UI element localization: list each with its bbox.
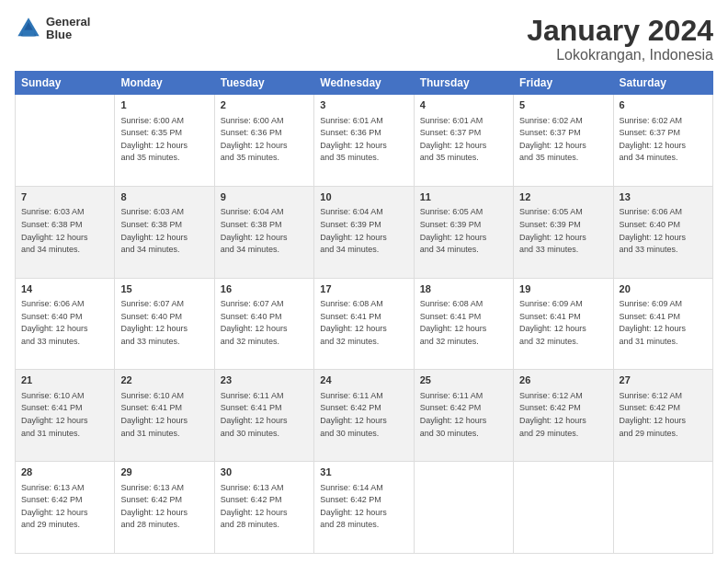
day-number: 19 bbox=[519, 282, 607, 296]
calendar-cell bbox=[414, 462, 513, 554]
day-number: 9 bbox=[221, 190, 308, 204]
calendar-week-1: 7Sunrise: 6:03 AM Sunset: 6:38 PM Daylig… bbox=[16, 186, 713, 278]
day-info: Sunrise: 6:14 AM Sunset: 6:42 PM Dayligh… bbox=[320, 483, 387, 530]
calendar-title: January 2024 bbox=[527, 15, 713, 47]
col-wednesday: Wednesday bbox=[314, 72, 414, 95]
calendar-cell: 4Sunrise: 6:01 AM Sunset: 6:37 PM Daylig… bbox=[414, 95, 513, 187]
day-number: 15 bbox=[120, 282, 208, 296]
day-info: Sunrise: 6:10 AM Sunset: 6:41 PM Dayligh… bbox=[21, 391, 88, 438]
calendar-cell: 26Sunrise: 6:12 AM Sunset: 6:42 PM Dayli… bbox=[514, 370, 613, 462]
day-number: 2 bbox=[221, 98, 308, 112]
day-number: 23 bbox=[221, 373, 308, 387]
calendar-cell: 25Sunrise: 6:11 AM Sunset: 6:42 PM Dayli… bbox=[414, 370, 513, 462]
day-number: 3 bbox=[320, 98, 407, 112]
calendar-cell: 11Sunrise: 6:05 AM Sunset: 6:39 PM Dayli… bbox=[414, 186, 513, 278]
day-info: Sunrise: 6:09 AM Sunset: 6:41 PM Dayligh… bbox=[519, 299, 586, 346]
col-saturday: Saturday bbox=[613, 72, 712, 95]
col-thursday: Thursday bbox=[414, 72, 513, 95]
day-info: Sunrise: 6:11 AM Sunset: 6:41 PM Dayligh… bbox=[221, 391, 288, 438]
col-tuesday: Tuesday bbox=[214, 72, 313, 95]
calendar-cell: 17Sunrise: 6:08 AM Sunset: 6:41 PM Dayli… bbox=[314, 278, 414, 370]
day-info: Sunrise: 6:07 AM Sunset: 6:40 PM Dayligh… bbox=[221, 299, 288, 346]
day-number: 20 bbox=[620, 282, 707, 296]
calendar-cell: 22Sunrise: 6:10 AM Sunset: 6:41 PM Dayli… bbox=[115, 370, 214, 462]
calendar-cell: 29Sunrise: 6:13 AM Sunset: 6:42 PM Dayli… bbox=[115, 462, 214, 554]
day-info: Sunrise: 6:03 AM Sunset: 6:38 PM Dayligh… bbox=[120, 207, 188, 254]
day-info: Sunrise: 6:08 AM Sunset: 6:41 PM Dayligh… bbox=[420, 299, 487, 346]
day-info: Sunrise: 6:05 AM Sunset: 6:39 PM Dayligh… bbox=[420, 207, 487, 254]
calendar-week-0: 1Sunrise: 6:00 AM Sunset: 6:35 PM Daylig… bbox=[16, 95, 713, 187]
calendar-cell: 20Sunrise: 6:09 AM Sunset: 6:41 PM Dayli… bbox=[613, 278, 712, 370]
col-friday: Friday bbox=[514, 72, 613, 95]
calendar-cell: 28Sunrise: 6:13 AM Sunset: 6:42 PM Dayli… bbox=[16, 462, 115, 554]
logo: General Blue bbox=[15, 15, 90, 42]
day-info: Sunrise: 6:13 AM Sunset: 6:42 PM Dayligh… bbox=[120, 483, 188, 530]
day-number: 26 bbox=[519, 373, 607, 387]
day-info: Sunrise: 6:04 AM Sunset: 6:39 PM Dayligh… bbox=[320, 207, 387, 254]
day-info: Sunrise: 6:00 AM Sunset: 6:36 PM Dayligh… bbox=[221, 116, 288, 163]
col-monday: Monday bbox=[115, 72, 214, 95]
calendar-week-2: 14Sunrise: 6:06 AM Sunset: 6:40 PM Dayli… bbox=[16, 278, 713, 370]
page: General Blue January 2024 Lokokrangan, I… bbox=[0, 0, 728, 563]
logo-text: General Blue bbox=[46, 16, 90, 42]
day-number: 6 bbox=[620, 98, 707, 112]
day-number: 28 bbox=[21, 465, 108, 479]
calendar-cell: 3Sunrise: 6:01 AM Sunset: 6:36 PM Daylig… bbox=[314, 95, 414, 187]
day-number: 1 bbox=[120, 98, 208, 112]
day-number: 31 bbox=[320, 465, 407, 479]
calendar-cell: 10Sunrise: 6:04 AM Sunset: 6:39 PM Dayli… bbox=[314, 186, 414, 278]
day-info: Sunrise: 6:13 AM Sunset: 6:42 PM Dayligh… bbox=[21, 483, 88, 530]
day-info: Sunrise: 6:09 AM Sunset: 6:41 PM Dayligh… bbox=[620, 299, 687, 346]
calendar-cell bbox=[613, 462, 712, 554]
day-info: Sunrise: 6:13 AM Sunset: 6:42 PM Dayligh… bbox=[221, 483, 288, 530]
day-info: Sunrise: 6:06 AM Sunset: 6:40 PM Dayligh… bbox=[21, 299, 88, 346]
calendar-cell bbox=[514, 462, 613, 554]
svg-rect-2 bbox=[22, 30, 34, 37]
calendar-cell: 30Sunrise: 6:13 AM Sunset: 6:42 PM Dayli… bbox=[214, 462, 313, 554]
day-info: Sunrise: 6:04 AM Sunset: 6:38 PM Dayligh… bbox=[221, 207, 288, 254]
col-sunday: Sunday bbox=[16, 72, 115, 95]
day-number: 22 bbox=[120, 373, 208, 387]
calendar-subtitle: Lokokrangan, Indonesia bbox=[527, 47, 713, 63]
day-number: 21 bbox=[21, 373, 108, 387]
calendar-cell: 8Sunrise: 6:03 AM Sunset: 6:38 PM Daylig… bbox=[115, 186, 214, 278]
logo-line2: Blue bbox=[46, 29, 90, 41]
day-number: 5 bbox=[519, 98, 607, 112]
day-info: Sunrise: 6:10 AM Sunset: 6:41 PM Dayligh… bbox=[120, 391, 188, 438]
day-info: Sunrise: 6:02 AM Sunset: 6:37 PM Dayligh… bbox=[620, 116, 687, 163]
day-info: Sunrise: 6:12 AM Sunset: 6:42 PM Dayligh… bbox=[620, 391, 687, 438]
day-number: 12 bbox=[519, 190, 607, 204]
day-number: 7 bbox=[21, 190, 108, 204]
header: General Blue January 2024 Lokokrangan, I… bbox=[15, 15, 713, 63]
calendar-table: Sunday Monday Tuesday Wednesday Thursday… bbox=[15, 71, 713, 554]
logo-icon bbox=[15, 15, 42, 42]
calendar-cell: 2Sunrise: 6:00 AM Sunset: 6:36 PM Daylig… bbox=[214, 95, 313, 187]
calendar-cell: 1Sunrise: 6:00 AM Sunset: 6:35 PM Daylig… bbox=[115, 95, 214, 187]
calendar-cell: 5Sunrise: 6:02 AM Sunset: 6:37 PM Daylig… bbox=[514, 95, 613, 187]
day-number: 29 bbox=[120, 465, 208, 479]
day-number: 11 bbox=[420, 190, 507, 204]
calendar-cell: 19Sunrise: 6:09 AM Sunset: 6:41 PM Dayli… bbox=[514, 278, 613, 370]
calendar-cell: 9Sunrise: 6:04 AM Sunset: 6:38 PM Daylig… bbox=[214, 186, 313, 278]
day-number: 16 bbox=[221, 282, 308, 296]
day-info: Sunrise: 6:07 AM Sunset: 6:40 PM Dayligh… bbox=[120, 299, 188, 346]
day-info: Sunrise: 6:01 AM Sunset: 6:36 PM Dayligh… bbox=[320, 116, 387, 163]
day-info: Sunrise: 6:01 AM Sunset: 6:37 PM Dayligh… bbox=[420, 116, 487, 163]
calendar-cell: 15Sunrise: 6:07 AM Sunset: 6:40 PM Dayli… bbox=[115, 278, 214, 370]
calendar-cell: 18Sunrise: 6:08 AM Sunset: 6:41 PM Dayli… bbox=[414, 278, 513, 370]
calendar-cell: 12Sunrise: 6:05 AM Sunset: 6:39 PM Dayli… bbox=[514, 186, 613, 278]
day-number: 14 bbox=[21, 282, 108, 296]
calendar-cell: 24Sunrise: 6:11 AM Sunset: 6:42 PM Dayli… bbox=[314, 370, 414, 462]
calendar-cell: 31Sunrise: 6:14 AM Sunset: 6:42 PM Dayli… bbox=[314, 462, 414, 554]
day-info: Sunrise: 6:00 AM Sunset: 6:35 PM Dayligh… bbox=[120, 116, 188, 163]
day-info: Sunrise: 6:05 AM Sunset: 6:39 PM Dayligh… bbox=[519, 207, 586, 254]
day-info: Sunrise: 6:08 AM Sunset: 6:41 PM Dayligh… bbox=[320, 299, 387, 346]
logo-line1: General bbox=[46, 16, 90, 29]
day-info: Sunrise: 6:12 AM Sunset: 6:42 PM Dayligh… bbox=[519, 391, 586, 438]
day-number: 24 bbox=[320, 373, 407, 387]
day-number: 17 bbox=[320, 282, 407, 296]
day-number: 30 bbox=[221, 465, 308, 479]
day-number: 4 bbox=[420, 98, 507, 112]
calendar-week-4: 28Sunrise: 6:13 AM Sunset: 6:42 PM Dayli… bbox=[16, 462, 713, 554]
day-number: 10 bbox=[320, 190, 407, 204]
